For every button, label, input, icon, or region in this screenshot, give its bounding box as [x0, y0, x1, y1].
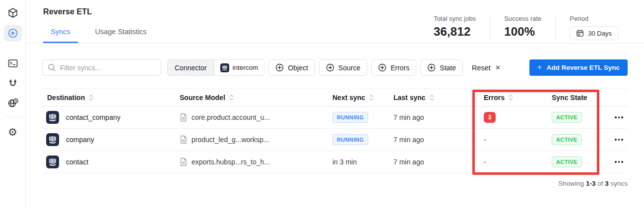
source-model-name: product_led_g...worksp...: [192, 136, 269, 144]
destination-cell: contact: [42, 156, 180, 168]
tab-syncs[interactable]: Syncs: [43, 28, 78, 43]
globe-clock-icon[interactable]: [4, 97, 21, 109]
cube-icon[interactable]: [4, 7, 21, 19]
destination-cell: contact_company: [42, 111, 180, 124]
period-label: Period: [570, 15, 618, 22]
stat-success-rate: Success rate 100%: [504, 15, 541, 39]
filter-source-button[interactable]: Source: [319, 59, 367, 76]
intercom-logo-icon: [46, 111, 59, 124]
destination-name: contact_company: [66, 113, 121, 121]
syncs-table: Destination Source Model Next sync Last …: [42, 89, 628, 173]
close-icon: ✕: [495, 64, 501, 71]
source-model-cell: product_led_g...worksp...: [180, 135, 332, 144]
period-selector-button[interactable]: 30 Days: [570, 26, 618, 40]
destination-cell: company: [42, 133, 180, 146]
source-model-name: core.product.account_u...: [192, 113, 270, 121]
filter-label: State: [440, 64, 456, 72]
stat-label: Success rate: [504, 15, 541, 22]
add-reverse-etl-sync-button[interactable]: + Add Reverse ETL Sync: [529, 59, 628, 76]
source-model-cell: core.product.account_u...: [180, 113, 332, 122]
plus-circle-icon: [378, 63, 386, 72]
row-actions-menu-icon[interactable]: [610, 116, 628, 118]
column-header-errors[interactable]: Errors: [484, 94, 552, 102]
document-icon: [180, 113, 187, 122]
column-label: Last sync: [393, 94, 426, 102]
calendar-icon: [576, 29, 584, 37]
sort-icon[interactable]: [369, 94, 374, 101]
errors-cell: -: [484, 158, 552, 166]
column-label: Errors: [484, 94, 505, 102]
sort-icon[interactable]: [89, 94, 93, 101]
table-row[interactable]: contact_company core.product.account_u..…: [42, 106, 628, 129]
row-actions-menu-icon[interactable]: [610, 161, 628, 163]
play-circle-icon[interactable]: [4, 25, 22, 42]
main-area: Reverse ETL Total sync jobs 36,812 Succe…: [26, 0, 644, 208]
document-icon: [180, 157, 187, 166]
reset-label: Reset: [472, 64, 491, 72]
errors-cell: 3: [484, 112, 552, 123]
stat-value: 100%: [504, 25, 541, 39]
column-header-sync-state[interactable]: Sync State: [552, 94, 610, 102]
column-header-next-sync[interactable]: Next sync: [332, 94, 393, 102]
next-sync-cell: RUNNING: [332, 134, 393, 145]
error-count-badge[interactable]: 3: [484, 112, 496, 123]
search-input[interactable]: [60, 64, 161, 72]
reset-filters-button[interactable]: Reset ✕: [472, 64, 501, 72]
sidebar-divider: [4, 117, 22, 117]
syncs-content: Connector intercom Object Source Er: [26, 44, 644, 187]
last-sync-cell: 7 min ago: [393, 113, 484, 121]
stat-period: Period 30 Days: [570, 15, 618, 40]
gear-icon[interactable]: ⚙: [4, 126, 21, 138]
source-model-name: exports.hubsp...rs_to_h...: [192, 158, 270, 166]
period-value: 30 Days: [588, 30, 612, 37]
magnet-icon[interactable]: [4, 77, 21, 89]
app-sidebar: ⚙: [0, 0, 26, 208]
plus-circle-icon: [275, 63, 284, 72]
sort-icon[interactable]: [430, 94, 434, 101]
intercom-logo-icon: [46, 156, 59, 168]
active-badge: ACTIVE: [552, 112, 582, 123]
running-badge: RUNNING: [332, 112, 368, 123]
column-header-destination[interactable]: Destination: [42, 94, 180, 102]
connector-filter-label: Connector: [168, 60, 214, 75]
sort-icon[interactable]: [229, 94, 234, 101]
active-badge: ACTIVE: [552, 134, 582, 145]
errors-cell: -: [484, 136, 552, 144]
filter-state-button[interactable]: State: [420, 59, 463, 76]
filter-object-button[interactable]: Object: [268, 59, 315, 76]
column-label: Source Model: [180, 94, 225, 102]
tab-usage-statistics[interactable]: Usage Statistics: [88, 28, 154, 43]
connector-value-text: intercom: [233, 64, 258, 71]
running-badge: RUNNING: [332, 134, 368, 145]
column-header-last-sync[interactable]: Last sync: [393, 94, 484, 102]
stat-total-sync-jobs: Total sync jobs 36,812: [434, 15, 476, 39]
filter-errors-button[interactable]: Errors: [371, 59, 416, 76]
sort-icon[interactable]: [509, 94, 513, 101]
filter-label: Source: [338, 64, 360, 72]
last-sync-cell: 7 min ago: [393, 136, 484, 144]
page-header: Reverse ETL Total sync jobs 36,812 Succe…: [26, 0, 644, 44]
sync-state-cell: ACTIVE: [552, 134, 610, 145]
plus-circle-icon: [326, 63, 334, 72]
table-row[interactable]: company product_led_g...worksp... RUNNIN…: [42, 129, 628, 151]
stat-value: 36,812: [434, 25, 476, 39]
destination-name: contact: [66, 158, 88, 166]
page-title: Reverse ETL: [43, 0, 644, 16]
active-badge: ACTIVE: [552, 156, 582, 167]
table-row[interactable]: contact exports.hubsp...rs_to_h... in 3 …: [42, 151, 628, 173]
column-header-source-model[interactable]: Source Model: [180, 94, 332, 102]
next-sync-cell: RUNNING: [332, 112, 393, 123]
column-label: Sync State: [552, 94, 587, 102]
stat-label: Total sync jobs: [434, 15, 476, 22]
search-icon: [48, 63, 56, 72]
row-actions-menu-icon[interactable]: [610, 139, 628, 141]
source-model-cell: exports.hubsp...rs_to_h...: [180, 157, 332, 166]
table-header-row: Destination Source Model Next sync Last …: [42, 89, 628, 106]
intercom-logo-icon: [220, 63, 229, 72]
pagination-summary: Showing 1-3 of 3 syncs: [42, 180, 628, 187]
sync-state-cell: ACTIVE: [552, 156, 610, 167]
footer-text: syncs: [610, 180, 628, 187]
search-input-wrapper: [42, 59, 161, 76]
terminal-icon[interactable]: [4, 57, 21, 69]
connector-filter[interactable]: Connector intercom: [167, 59, 264, 76]
